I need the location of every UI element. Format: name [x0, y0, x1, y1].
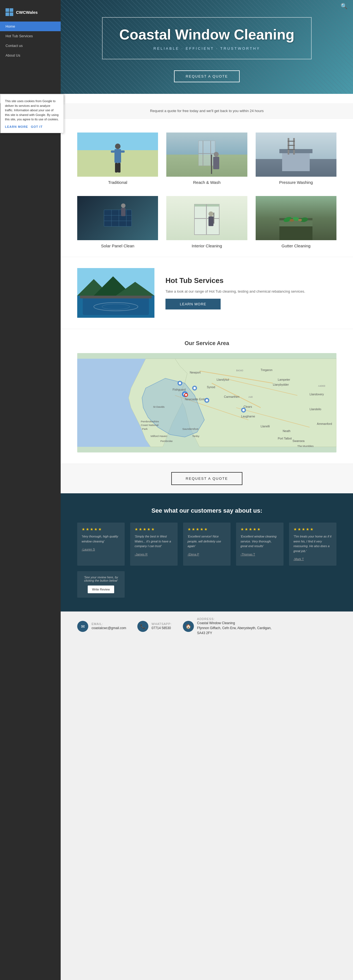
sidebar-item-hot-tub[interactable]: Hot Tub Services	[0, 31, 61, 41]
hero-border: Coastal Window Cleaning RELIABLE · EFFIC…	[102, 17, 311, 59]
service-interior-image	[166, 196, 247, 240]
service-solar-label: Solar Panel Clean	[101, 243, 134, 248]
cookie-learn-more-button[interactable]: LEARN MORE	[5, 125, 28, 128]
svg-point-95	[242, 409, 245, 411]
svg-text:The Mumbles: The Mumbles	[297, 444, 313, 447]
svg-rect-51	[80, 296, 152, 298]
footer-address: 🏠 Address: Coastal Window Cleaning Ffynn…	[183, 617, 272, 635]
footer-address-label: Address:	[197, 617, 272, 620]
service-traditional-label: Traditional	[108, 180, 127, 185]
svg-text:Clears: Clears	[244, 405, 252, 408]
service-area-map[interactable]: Newport Fishguard Newcastle Emlyn St Dav…	[77, 353, 336, 452]
service-traditional: Traditional	[77, 132, 158, 185]
main-content: Coastal Window Cleaning RELIABLE · EFFIC…	[61, 0, 353, 641]
svg-rect-12	[213, 157, 219, 169]
review-stars-1: ★★★★★	[135, 527, 173, 531]
svg-rect-20	[104, 210, 131, 226]
svg-rect-15	[288, 138, 289, 154]
svg-point-91	[179, 382, 181, 385]
brand-name: CWCWales	[16, 10, 38, 14]
svg-text:Llanybydder: Llanybydder	[273, 383, 289, 386]
review-text-0: 'Very thorough, high quality window clea…	[82, 534, 120, 544]
svg-rect-27	[121, 208, 125, 216]
svg-rect-34	[214, 213, 214, 224]
svg-text:Ammanford: Ammanford	[317, 422, 332, 425]
hero-title: Coastal Window Cleaning	[119, 26, 294, 43]
svg-rect-1	[114, 149, 121, 163]
svg-rect-16	[293, 138, 295, 154]
review-stars-3: ★★★★★	[241, 527, 279, 531]
svg-rect-10	[211, 154, 212, 174]
quote-banner: Request a quote for free today and we'll…	[61, 103, 353, 119]
hot-tub-content: Hot Tub Services Take a look at our rang…	[165, 276, 336, 310]
review-text-1: 'Simply the best in West Wales... it's g…	[135, 534, 173, 549]
hot-tub-learn-more-button[interactable]: Learn More	[165, 299, 221, 309]
svg-rect-17	[288, 141, 295, 142]
svg-rect-48	[83, 297, 149, 315]
write-review-button[interactable]: Write Review	[88, 585, 114, 593]
review-text-3: 'Excellent window cleaning service. Very…	[241, 534, 279, 549]
svg-text:Tenby: Tenby	[192, 434, 199, 438]
sidebar-item-about[interactable]: About Us	[0, 51, 61, 60]
review-author-1: -James R	[135, 553, 147, 556]
review-stars-2: ★★★★★	[188, 527, 226, 531]
svg-text:Newport: Newport	[190, 371, 201, 374]
svg-text:Milford Haven: Milford Haven	[150, 434, 167, 438]
hot-tub-image	[77, 268, 154, 318]
svg-rect-42	[279, 226, 312, 240]
svg-text:B4343: B4343	[236, 369, 243, 372]
brand-logo: CWCWales	[0, 6, 61, 22]
services-row-1: Traditional	[77, 132, 336, 185]
hero-cta-button[interactable]: REQUEST A QUOTE	[174, 70, 239, 82]
hero-subtitle: RELIABLE · EFFICIENT · TRUSTWORTHY	[119, 46, 294, 51]
svg-rect-11	[214, 152, 219, 157]
service-pressure-image	[256, 132, 336, 177]
request-quote-button[interactable]: REQUEST A QUOTE	[171, 472, 242, 485]
svg-point-93	[206, 399, 208, 402]
services-section: Traditional	[61, 119, 353, 257]
review-card-1: ★★★★★ 'Simply the best in West Wales... …	[130, 523, 177, 566]
svg-rect-30	[206, 204, 207, 235]
svg-text:St Davids: St Davids	[153, 405, 165, 408]
hero-section: Coastal Window Cleaning RELIABLE · EFFIC…	[61, 0, 353, 94]
svg-rect-31	[195, 218, 219, 219]
hot-tub-section: Hot Tub Services Take a look at our rang…	[61, 257, 353, 329]
service-reach-image	[166, 132, 247, 177]
write-review-card: 'See your review here, by clicking the b…	[77, 571, 125, 598]
svg-text:Swansea: Swansea	[292, 439, 304, 442]
svg-text:Llandeilo: Llandeilo	[309, 407, 321, 411]
svg-point-32	[209, 212, 214, 216]
service-pressure-label: Pressure Washing	[279, 180, 313, 185]
review-card-2: ★★★★★ 'Excellent service! Nice people, w…	[183, 523, 231, 566]
quote-cta-section: REQUEST A QUOTE	[61, 463, 353, 493]
svg-text:Newcastle Emlyn: Newcastle Emlyn	[185, 398, 207, 401]
svg-text:Tregaron: Tregaron	[261, 368, 272, 372]
svg-rect-33	[209, 216, 214, 226]
phone-icon: 📞	[137, 621, 148, 632]
cookie-actions: LEARN MORE GOT IT	[5, 125, 59, 128]
email-icon: ✉	[77, 621, 88, 632]
service-interior: Interior Cleaning	[166, 196, 247, 248]
footer-whatsapp-value: 07714 58530	[152, 625, 172, 630]
search-icon[interactable]: 🔍	[340, 3, 347, 9]
sidebar-item-contact[interactable]: Contact us	[0, 41, 61, 51]
cookie-text: This site uses cookies from Google to de…	[5, 99, 59, 122]
svg-rect-9	[199, 153, 215, 154]
write-review-text: 'See your review here, by clicking the b…	[82, 576, 120, 582]
footer-email: ✉ Email: coastalcwc@gmail.com	[77, 621, 126, 632]
footer-email-value: coastalcwc@gmail.com	[92, 625, 126, 630]
review-author-2: -Elena P	[188, 553, 199, 556]
svg-text:Neath: Neath	[283, 429, 290, 433]
svg-text:Llandovery: Llandovery	[309, 393, 324, 396]
service-reach-wash: Reach & Wash	[166, 132, 247, 185]
cookie-got-it-button[interactable]: GOT IT	[31, 125, 43, 128]
review-card-4: ★★★★★ 'Tim treats your home as if it wer…	[289, 523, 336, 566]
review-text-4: 'Tim treats your home as if it were his,…	[293, 534, 332, 554]
cookie-banner: This site uses cookies from Google to de…	[0, 94, 63, 103]
sidebar-item-home[interactable]: Home	[0, 22, 61, 31]
svg-rect-5	[118, 163, 120, 173]
svg-rect-3	[121, 150, 125, 153]
svg-rect-19	[288, 149, 295, 150]
footer-whatsapp-label: Whatsapp:	[152, 622, 172, 625]
review-author-0: -Lauren S	[82, 548, 95, 551]
